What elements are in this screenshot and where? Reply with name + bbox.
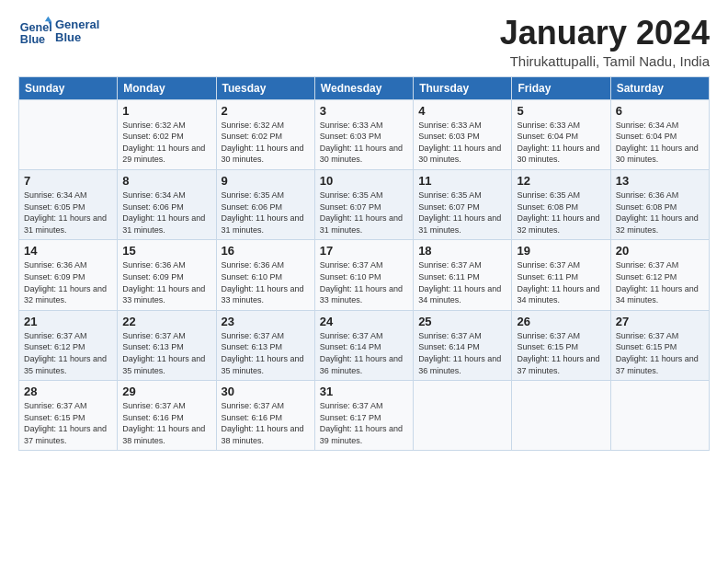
calendar-cell: 25Sunrise: 6:37 AMSunset: 6:14 PMDayligh… (414, 310, 512, 380)
day-number: 18 (418, 244, 506, 258)
day-number: 15 (122, 244, 210, 258)
calendar-body: 1Sunrise: 6:32 AMSunset: 6:02 PMDaylight… (19, 99, 710, 451)
day-number: 1 (122, 104, 210, 118)
cell-info: Sunrise: 6:36 AMSunset: 6:09 PMDaylight:… (24, 260, 107, 304)
day-number: 22 (122, 315, 210, 328)
calendar-cell: 13Sunrise: 6:36 AMSunset: 6:08 PMDayligh… (610, 169, 709, 239)
day-number: 23 (222, 315, 310, 328)
calendar-cell: 31Sunrise: 6:37 AMSunset: 6:17 PMDayligh… (314, 381, 413, 451)
calendar-table: SundayMondayTuesdayWednesdayThursdayFrid… (18, 76, 710, 452)
calendar-cell: 21Sunrise: 6:37 AMSunset: 6:12 PMDayligh… (19, 310, 118, 380)
day-number: 4 (418, 104, 506, 118)
calendar-cell: 6Sunrise: 6:34 AMSunset: 6:04 PMDaylight… (610, 99, 709, 169)
calendar-week-row: 7Sunrise: 6:34 AMSunset: 6:05 PMDaylight… (19, 169, 710, 239)
logo-text: General Blue (55, 18, 99, 45)
header: General Blue General Blue January 2024 T… (18, 15, 710, 69)
calendar-header-cell: Monday (118, 76, 216, 99)
calendar-cell: 26Sunrise: 6:37 AMSunset: 6:15 PMDayligh… (512, 310, 610, 380)
cell-info: Sunrise: 6:37 AMSunset: 6:11 PMDaylight:… (418, 260, 501, 304)
calendar-header-cell: Sunday (19, 76, 118, 99)
calendar-header-cell: Tuesday (216, 76, 314, 99)
calendar-week-row: 1Sunrise: 6:32 AMSunset: 6:02 PMDaylight… (19, 99, 710, 169)
calendar-cell (414, 381, 512, 451)
calendar-cell: 20Sunrise: 6:37 AMSunset: 6:12 PMDayligh… (610, 240, 709, 310)
day-number: 19 (517, 244, 605, 258)
day-number: 27 (616, 315, 704, 328)
day-number: 5 (517, 104, 605, 118)
calendar-cell (19, 99, 118, 169)
calendar-cell: 5Sunrise: 6:33 AMSunset: 6:04 PMDaylight… (512, 99, 610, 169)
calendar-cell: 11Sunrise: 6:35 AMSunset: 6:07 PMDayligh… (414, 169, 512, 239)
cell-info: Sunrise: 6:37 AMSunset: 6:12 PMDaylight:… (616, 260, 699, 304)
cell-info: Sunrise: 6:33 AMSunset: 6:04 PMDaylight:… (517, 121, 599, 165)
calendar-cell: 16Sunrise: 6:36 AMSunset: 6:10 PMDayligh… (216, 240, 314, 310)
calendar-header-cell: Saturday (610, 76, 709, 99)
cell-info: Sunrise: 6:37 AMSunset: 6:13 PMDaylight:… (122, 331, 205, 375)
calendar-cell: 14Sunrise: 6:36 AMSunset: 6:09 PMDayligh… (19, 240, 118, 310)
day-number: 20 (616, 244, 704, 258)
cell-info: Sunrise: 6:37 AMSunset: 6:17 PMDaylight:… (320, 401, 403, 445)
calendar-header-cell: Wednesday (314, 76, 413, 99)
calendar-cell: 27Sunrise: 6:37 AMSunset: 6:15 PMDayligh… (610, 310, 709, 380)
cell-info: Sunrise: 6:36 AMSunset: 6:09 PMDaylight:… (122, 260, 205, 304)
calendar-week-row: 14Sunrise: 6:36 AMSunset: 6:09 PMDayligh… (19, 240, 710, 310)
day-number: 13 (616, 174, 704, 188)
day-number: 12 (517, 174, 605, 188)
cell-info: Sunrise: 6:37 AMSunset: 6:15 PMDaylight:… (24, 401, 107, 445)
calendar-cell: 19Sunrise: 6:37 AMSunset: 6:11 PMDayligh… (512, 240, 610, 310)
day-number: 9 (222, 174, 310, 188)
cell-info: Sunrise: 6:33 AMSunset: 6:03 PMDaylight:… (320, 121, 403, 165)
calendar-cell: 15Sunrise: 6:36 AMSunset: 6:09 PMDayligh… (118, 240, 216, 310)
title-block: January 2024 Thirukattupalli, Tamil Nadu… (500, 15, 710, 69)
cell-info: Sunrise: 6:37 AMSunset: 6:13 PMDaylight:… (222, 331, 304, 375)
svg-text:Blue: Blue (20, 33, 45, 46)
logo-icon: General Blue (18, 15, 51, 48)
day-number: 17 (320, 244, 408, 258)
calendar-week-row: 28Sunrise: 6:37 AMSunset: 6:15 PMDayligh… (19, 381, 710, 451)
cell-info: Sunrise: 6:37 AMSunset: 6:11 PMDaylight:… (517, 260, 599, 304)
cell-info: Sunrise: 6:36 AMSunset: 6:08 PMDaylight:… (616, 190, 699, 235)
page-subtitle: Thirukattupalli, Tamil Nadu, India (500, 53, 710, 69)
calendar-cell: 12Sunrise: 6:35 AMSunset: 6:08 PMDayligh… (512, 169, 610, 239)
calendar-cell: 28Sunrise: 6:37 AMSunset: 6:15 PMDayligh… (19, 381, 118, 451)
day-number: 31 (320, 385, 408, 398)
cell-info: Sunrise: 6:37 AMSunset: 6:10 PMDaylight:… (320, 260, 403, 304)
cell-info: Sunrise: 6:35 AMSunset: 6:07 PMDaylight:… (320, 190, 403, 235)
calendar-header-row: SundayMondayTuesdayWednesdayThursdayFrid… (19, 76, 710, 99)
calendar-cell: 30Sunrise: 6:37 AMSunset: 6:16 PMDayligh… (216, 381, 314, 451)
cell-info: Sunrise: 6:34 AMSunset: 6:05 PMDaylight:… (24, 190, 107, 235)
page: General Blue General Blue January 2024 T… (0, 0, 728, 460)
calendar-cell: 10Sunrise: 6:35 AMSunset: 6:07 PMDayligh… (314, 169, 413, 239)
calendar-cell: 3Sunrise: 6:33 AMSunset: 6:03 PMDaylight… (314, 99, 413, 169)
calendar-cell: 24Sunrise: 6:37 AMSunset: 6:14 PMDayligh… (314, 310, 413, 380)
cell-info: Sunrise: 6:32 AMSunset: 6:02 PMDaylight:… (222, 121, 304, 165)
calendar-cell: 23Sunrise: 6:37 AMSunset: 6:13 PMDayligh… (216, 310, 314, 380)
day-number: 6 (616, 104, 704, 118)
calendar-header-cell: Thursday (414, 76, 512, 99)
day-number: 11 (418, 174, 506, 188)
calendar-cell: 4Sunrise: 6:33 AMSunset: 6:03 PMDaylight… (414, 99, 512, 169)
cell-info: Sunrise: 6:37 AMSunset: 6:12 PMDaylight:… (24, 331, 107, 375)
calendar-cell: 1Sunrise: 6:32 AMSunset: 6:02 PMDaylight… (118, 99, 216, 169)
day-number: 2 (222, 104, 310, 118)
calendar-cell: 2Sunrise: 6:32 AMSunset: 6:02 PMDaylight… (216, 99, 314, 169)
cell-info: Sunrise: 6:36 AMSunset: 6:10 PMDaylight:… (222, 260, 304, 304)
page-title: January 2024 (500, 15, 710, 52)
calendar-week-row: 21Sunrise: 6:37 AMSunset: 6:12 PMDayligh… (19, 310, 710, 380)
cell-info: Sunrise: 6:37 AMSunset: 6:16 PMDaylight:… (122, 401, 205, 445)
calendar-cell: 8Sunrise: 6:34 AMSunset: 6:06 PMDaylight… (118, 169, 216, 239)
calendar-cell: 18Sunrise: 6:37 AMSunset: 6:11 PMDayligh… (414, 240, 512, 310)
cell-info: Sunrise: 6:37 AMSunset: 6:14 PMDaylight:… (418, 331, 501, 375)
calendar-cell: 9Sunrise: 6:35 AMSunset: 6:06 PMDaylight… (216, 169, 314, 239)
cell-info: Sunrise: 6:35 AMSunset: 6:08 PMDaylight:… (517, 190, 599, 235)
cell-info: Sunrise: 6:32 AMSunset: 6:02 PMDaylight:… (122, 121, 205, 165)
day-number: 10 (320, 174, 408, 188)
cell-info: Sunrise: 6:35 AMSunset: 6:07 PMDaylight:… (418, 190, 501, 235)
svg-marker-2 (45, 17, 51, 21)
calendar-cell: 17Sunrise: 6:37 AMSunset: 6:10 PMDayligh… (314, 240, 413, 310)
calendar-cell (512, 381, 610, 451)
day-number: 7 (24, 174, 112, 188)
day-number: 29 (122, 385, 210, 398)
cell-info: Sunrise: 6:34 AMSunset: 6:04 PMDaylight:… (616, 121, 699, 165)
calendar-cell (610, 381, 709, 451)
